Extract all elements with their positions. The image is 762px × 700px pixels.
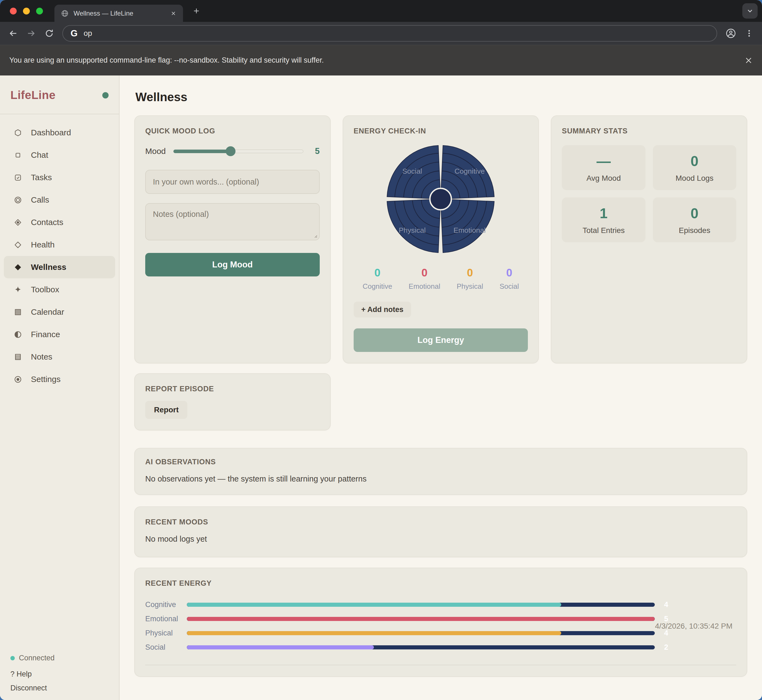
browser-tab[interactable]: Wellness — LifeLine	[55, 5, 183, 22]
sidebar-item-notes[interactable]: Notes	[4, 345, 115, 368]
tab-strip: Wellness — LifeLine	[0, 0, 762, 22]
energy-dimension-value: 0Social	[500, 267, 519, 291]
app-logo: LifeLine	[10, 89, 56, 102]
checkbox-icon	[14, 173, 22, 182]
sidebar-item-calendar[interactable]: Calendar	[4, 301, 115, 323]
energy-bar-label: Physical	[145, 629, 187, 638]
square-icon	[14, 151, 22, 159]
sidebar-item-settings[interactable]: Settings	[4, 368, 115, 391]
quick-mood-log-card: QUICK MOOD LOG Mood 5	[134, 116, 331, 363]
connected-dot-icon	[10, 656, 15, 660]
sidebar-item-label: Chat	[31, 150, 48, 160]
sidebar-item-label: Notes	[31, 352, 52, 361]
new-tab-button[interactable]	[192, 7, 200, 15]
browser-menu-kebab-icon[interactable]	[745, 29, 754, 38]
close-window-button[interactable]	[10, 8, 17, 14]
stat-tile: —Avg Mood	[562, 145, 645, 190]
resize-grip-icon[interactable]	[313, 234, 318, 238]
address-bar[interactable]: G op	[63, 25, 717, 42]
reload-button[interactable]	[44, 28, 54, 38]
sidebar-item-label: Settings	[31, 375, 61, 384]
browser-window: Wellness — LifeLine G op	[0, 0, 762, 700]
quick-mood-heading: QUICK MOOD LOG	[145, 127, 320, 135]
report-button[interactable]: Report	[145, 401, 187, 419]
sidebar-item-label: Contacts	[31, 218, 63, 227]
half-circle-icon	[14, 330, 22, 339]
sidebar-item-tasks[interactable]: Tasks	[4, 166, 115, 189]
connection-status: Connected	[10, 654, 109, 662]
bullseye-icon	[14, 375, 22, 384]
ai-observations-heading: AI OBSERVATIONS	[145, 458, 736, 466]
sidebar-item-chat[interactable]: Chat	[4, 144, 115, 166]
sidebar-nav: DashboardChatTasksCallsContactsHealthWel…	[0, 114, 119, 391]
energy-bars: Cognitive4Emotional5Physical4Social2	[145, 597, 736, 654]
url-input[interactable]: op	[84, 29, 92, 38]
app-body: LifeLine DashboardChatTasksCallsContacts…	[0, 75, 762, 700]
mood-notes-textarea[interactable]	[145, 203, 320, 241]
diamond-filled-icon	[14, 263, 22, 272]
lined-square-icon	[14, 353, 22, 361]
recent-moods-heading: RECENT MOODS	[145, 518, 736, 527]
log-mood-button[interactable]: Log Mood	[145, 253, 320, 277]
energy-bar-value: 2	[655, 643, 678, 652]
forward-button[interactable]	[26, 28, 36, 38]
connection-label: Connected	[19, 654, 55, 662]
mood-value: 5	[311, 146, 320, 156]
help-link[interactable]: ? Help	[10, 670, 109, 678]
sidebar-item-toolbox[interactable]: Toolbox	[4, 278, 115, 301]
sidebar-item-health[interactable]: Health	[4, 233, 115, 256]
energy-bar-row: Cognitive4	[145, 597, 678, 612]
sidebar-item-label: Dashboard	[31, 128, 71, 137]
stat-label: Episodes	[679, 226, 710, 235]
energy-bar-fill	[187, 617, 655, 621]
quadrant-label-social: Social	[402, 167, 422, 175]
add-notes-button[interactable]: + Add notes	[354, 302, 411, 317]
divider	[145, 665, 736, 665]
window-controls	[0, 8, 55, 14]
mood-slider-thumb[interactable]	[226, 146, 235, 156]
stat-tile: 0Episodes	[653, 197, 736, 242]
tab-search-chevron-button[interactable]	[742, 3, 757, 19]
energy-wheel-chart[interactable]: Social Cognitive Physical Emotional	[354, 141, 528, 257]
energy-value-label: Social	[500, 282, 519, 291]
energy-bar-track	[187, 617, 655, 621]
energy-value-number: 0	[457, 267, 483, 279]
quadrant-label-emotional: Emotional	[454, 226, 486, 234]
summary-stats-card: SUMMARY STATS —Avg Mood0Mood Logs1Total …	[551, 116, 747, 363]
energy-bar-track	[187, 603, 655, 607]
sidebar-footer: Connected ? Help Disconnect	[0, 654, 119, 700]
tab-close-icon[interactable]	[171, 10, 177, 16]
sandbox-warning-banner: You are using an unsupported command-lin…	[0, 45, 762, 75]
sidebar-item-wellness[interactable]: Wellness	[4, 256, 115, 278]
energy-bar-fill	[187, 603, 561, 607]
stat-value: 0	[691, 153, 699, 169]
stat-label: Total Entries	[582, 226, 625, 235]
status-dot	[102, 92, 109, 98]
sidebar-item-contacts[interactable]: Contacts	[4, 211, 115, 233]
banner-text: You are using an unsupported command-lin…	[9, 56, 324, 64]
minimize-window-button[interactable]	[23, 8, 30, 14]
main-content: Wellness QUICK MOOD LOG Mood 5	[119, 75, 762, 700]
ai-observations-empty-text: No observations yet — the system is stil…	[145, 474, 736, 483]
mood-slider[interactable]	[174, 146, 304, 156]
energy-value-label: Emotional	[408, 282, 440, 291]
log-energy-button[interactable]: Log Energy	[354, 328, 528, 352]
banner-close-icon[interactable]	[745, 56, 753, 64]
sidebar-item-calls[interactable]: Calls	[4, 189, 115, 211]
energy-value-number: 0	[500, 267, 519, 279]
recent-energy-heading: RECENT ENERGY	[145, 579, 736, 588]
energy-dimension-value: 0Physical	[457, 267, 483, 291]
sidebar-item-dashboard[interactable]: Dashboard	[4, 122, 115, 144]
energy-value-label: Physical	[457, 282, 483, 291]
energy-bar-label: Social	[145, 643, 187, 652]
report-episode-card: REPORT EPISODE Report	[134, 373, 331, 430]
sidebar-item-finance[interactable]: Finance	[4, 323, 115, 345]
profile-avatar-icon[interactable]	[725, 28, 736, 39]
quadrant-label-physical: Physical	[399, 226, 426, 234]
sidebar: LifeLine DashboardChatTasksCallsContacts…	[0, 75, 119, 700]
maximize-window-button[interactable]	[36, 8, 43, 14]
stat-tile: 1Total Entries	[562, 197, 645, 242]
disconnect-link[interactable]: Disconnect	[10, 684, 109, 692]
back-button[interactable]	[8, 28, 18, 38]
mood-words-input[interactable]	[145, 170, 320, 194]
